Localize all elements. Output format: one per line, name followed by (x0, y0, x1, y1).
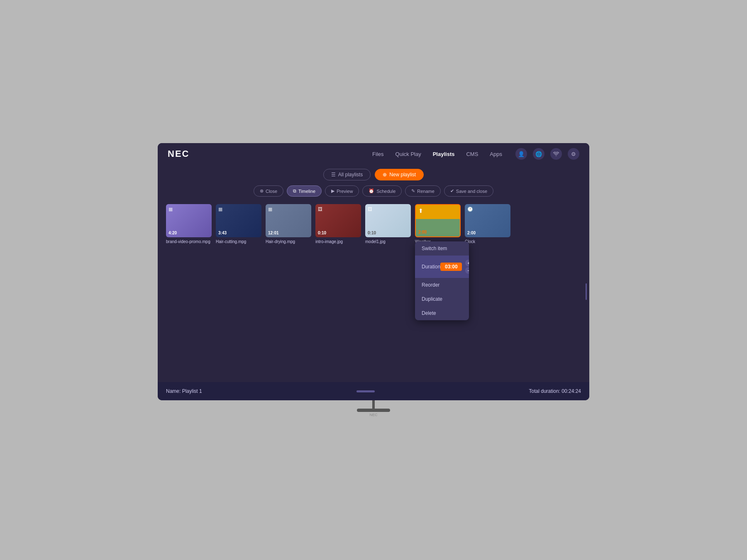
settings-icon[interactable]: ⚙ (568, 148, 579, 160)
nav-apps[interactable]: Apps (490, 151, 502, 157)
duration-menu-item[interactable]: Duration + − (415, 256, 469, 278)
duration-2: 3:43 (218, 231, 227, 235)
toolbar: ⊗ Close ⧉ Timeline ▶ Preview ⏰ Schedule … (158, 184, 589, 201)
media-card-4[interactable]: 🖼 0:10 intro-image.jpg (315, 204, 361, 244)
user-icon[interactable]: 👤 (515, 148, 527, 160)
close-button[interactable]: ⊗ Close (254, 185, 283, 197)
duration-controls: + − (465, 260, 469, 274)
video-icon-1: ▦ (168, 207, 173, 212)
media-thumb-3: ▦ 12:01 (266, 204, 311, 237)
duration-4: 0:10 (318, 231, 326, 235)
play-icon: ▶ (331, 188, 334, 194)
media-label-7: Clock (465, 239, 510, 244)
all-playlists-tab[interactable]: ☰ All playlists (323, 169, 371, 180)
duplicate-menu-item[interactable]: Duplicate (415, 292, 469, 306)
playlist-tabs: ☰ All playlists ⊕ New playlist (158, 165, 589, 184)
scrollbar-thumb[interactable] (356, 390, 375, 392)
media-thumb-6: ⬆ 2:00 (415, 204, 461, 237)
media-thumb-5: 🖼 0:10 (365, 204, 411, 237)
reorder-menu-item[interactable]: Reorder (415, 278, 469, 292)
media-label-4: intro-image.jpg (315, 239, 361, 244)
duration-3: 12:01 (268, 231, 279, 235)
media-label-1: brand-video-promo.mpg (166, 239, 212, 244)
status-center (202, 390, 529, 392)
duration-7: 2:00 (467, 231, 476, 235)
save-icon: ✔ (450, 188, 454, 194)
wifi-icon[interactable] (550, 148, 562, 160)
duration-5: 0:10 (368, 231, 376, 235)
globe-icon[interactable]: 🌐 (533, 148, 544, 160)
nec-logo: NEC (168, 149, 189, 159)
duration-6: 2:00 (418, 230, 427, 234)
rename-button[interactable]: ✎ Rename (405, 185, 441, 197)
scroll-indicator (586, 283, 587, 300)
monitor: NEC Files Quick Play Playlists CMS Apps … (158, 143, 589, 400)
content-area: ▦ 4:20 brand-video-promo.mpg ▦ 3:43 Hair… (158, 201, 589, 382)
media-label-2: Hair-cutting.mpg (216, 239, 261, 244)
nav-items: Files Quick Play Playlists CMS Apps (372, 151, 502, 157)
monitor-stand (372, 400, 375, 409)
media-card-1[interactable]: ▦ 4:20 brand-video-promo.mpg (166, 204, 212, 244)
media-card-2[interactable]: ▦ 3:43 Hair-cutting.mpg (216, 204, 261, 244)
timeline-button[interactable]: ⧉ Timeline (287, 185, 322, 197)
nav-icon-group: 👤 🌐 ⚙ (515, 148, 579, 160)
preview-button[interactable]: ▶ Preview (325, 185, 359, 197)
nav-quickplay[interactable]: Quick Play (395, 151, 421, 157)
duration-decrease-button[interactable]: − (465, 267, 469, 274)
media-card-7[interactable]: 🕐 2:00 Clock (465, 204, 510, 244)
duration-increase-button[interactable]: + (465, 260, 469, 266)
media-label-3: Hair-drying.mpg (266, 239, 311, 244)
weather-icon: ⬆ (418, 207, 423, 214)
delete-menu-item[interactable]: Delete (415, 306, 469, 320)
clock-icon: 🕐 (467, 207, 473, 212)
plus-icon: ⊕ (383, 172, 387, 178)
schedule-button[interactable]: ⏰ Schedule (362, 185, 402, 197)
nav-cms[interactable]: CMS (466, 151, 478, 157)
switch-item-menu-item[interactable]: Switch item (415, 241, 469, 256)
media-card-3[interactable]: ▦ 12:01 Hair-drying.mpg (266, 204, 311, 244)
image-icon-4: 🖼 (318, 207, 322, 212)
duration-1: 4:20 (168, 231, 177, 235)
media-card-5[interactable]: 🖼 0:10 model1.jpg (365, 204, 411, 244)
image-icon-5: 🖼 (368, 207, 372, 212)
nav-files[interactable]: Files (372, 151, 383, 157)
monitor-base (357, 409, 390, 412)
list-icon: ☰ (331, 172, 336, 178)
total-duration-label: Total duration: 00:24:24 (529, 388, 581, 394)
duration-input[interactable] (440, 263, 462, 271)
media-thumb-2: ▦ 3:43 (216, 204, 261, 237)
media-thumb-7: 🕐 2:00 (465, 204, 510, 237)
video-icon-2: ▦ (218, 207, 222, 212)
nav-playlists[interactable]: Playlists (433, 151, 455, 157)
video-icon-3: ▦ (268, 207, 272, 212)
pencil-icon: ✎ (411, 188, 415, 194)
close-icon: ⊗ (260, 188, 264, 194)
timeline-icon: ⧉ (293, 188, 296, 194)
media-label-5: model1.jpg (365, 239, 411, 244)
new-playlist-tab[interactable]: ⊕ New playlist (375, 169, 424, 180)
media-card-6[interactable]: ⬆ 2:00 Weather Switch item Duration (415, 204, 461, 244)
save-close-button[interactable]: ✔ Save and close (444, 185, 493, 197)
monitor-brand-label: NEC (369, 413, 377, 417)
media-thumb-1: ▦ 4:20 (166, 204, 212, 237)
schedule-icon: ⏰ (369, 188, 374, 194)
status-bar: Name: Playlist 1 Total duration: 00:24:2… (158, 382, 589, 400)
media-thumb-4: 🖼 0:10 (315, 204, 361, 237)
playlist-name-label: Name: Playlist 1 (166, 388, 202, 394)
duration-input-row: + − (440, 260, 469, 274)
top-navigation: NEC Files Quick Play Playlists CMS Apps … (158, 143, 589, 165)
context-menu: Switch item Duration + − (415, 241, 469, 320)
